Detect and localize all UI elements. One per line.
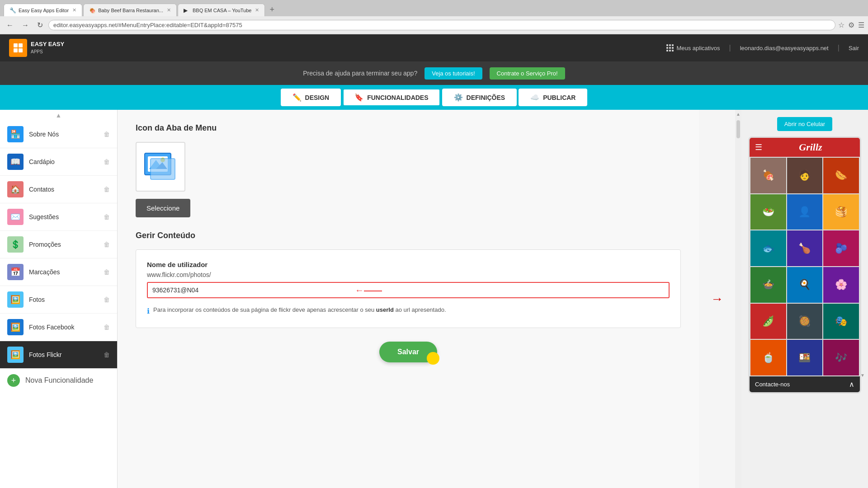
tab3-favicon: ▶ (184, 7, 190, 14)
browser-tab-3[interactable]: ▶ BBQ EM CASA – YouTube ✕ (178, 4, 265, 16)
browser-tab-1[interactable]: 🔧 Easy Easy Apps Editor ✕ (4, 4, 82, 16)
address-bar[interactable]: editor.easyeasyapps.net/#MenuEntryPlace:… (48, 20, 835, 30)
help-text: Precisa de ajuda para terminar seu app? (303, 70, 417, 77)
icon-preview-svg (142, 149, 179, 185)
pro-service-button[interactable]: Contrate o Serviço Pro! (490, 67, 565, 80)
gallery-item: 🧑 (787, 158, 823, 193)
fotos-flickr-delete-icon[interactable]: 🗑 (104, 351, 110, 358)
tutorial-button[interactable]: Veja os tutoriais! (425, 67, 482, 80)
sair-button[interactable]: Sair (849, 45, 859, 52)
scroll-up-arrow[interactable]: ▲ (734, 110, 741, 118)
sidebar-item-contatos[interactable]: 🏠 Contatos 🗑 (0, 176, 117, 203)
contatos-delete-icon[interactable]: 🗑 (104, 186, 110, 193)
seleccione-button[interactable]: Seleccione (136, 199, 190, 217)
browser-chrome: 🔧 Easy Easy Apps Editor ✕ 🍖 Baby Beef Ba… (0, 0, 868, 34)
cardapio-label: Cardápio (29, 158, 98, 165)
contatos-label: Contatos (29, 186, 98, 193)
tab-publicar[interactable]: ☁️ PUBLICAR (519, 89, 587, 106)
promocoes-delete-icon[interactable]: 🗑 (104, 241, 110, 248)
browser-toolbar: ← → ↻ editor.easyeasyapps.net/#MenuEntry… (0, 16, 868, 34)
sidebar-item-promocoes[interactable]: 💲 Promoções 🗑 (0, 231, 117, 258)
tab2-close[interactable]: ✕ (167, 7, 171, 13)
toolbar-icons: ☆ ⚙ ☰ (838, 21, 864, 29)
tab-funcionalidades[interactable]: 🔖 FUNCIONALIDADES (343, 89, 440, 106)
photo-gallery: 🍖🧑🌭🥗👤🥞🐟🍗🫐🍲🍳🌸🫛🥘🎭🍵🍱🎶 (750, 157, 860, 376)
promocoes-icon: 💲 (7, 236, 24, 253)
sidebar-scroll-up[interactable]: ▲ (0, 110, 117, 121)
design-icon: ✏️ (292, 93, 302, 102)
gallery-item: 👤 (787, 194, 823, 230)
field-prefix: www.flickr.com/photos/ (147, 271, 670, 278)
big-right-arrow-icon: → (711, 292, 723, 306)
contacte-bar[interactable]: Contacte-nos ∧ (750, 376, 860, 392)
contacte-label: Contacte-nos (755, 381, 790, 388)
cardapio-delete-icon[interactable]: 🗑 (104, 158, 110, 165)
meus-aplicativos-button[interactable]: Meus aplicativos (666, 44, 720, 52)
new-tab-button[interactable]: + (266, 5, 278, 14)
svg-rect-5 (151, 159, 175, 179)
save-btn-wrapper: Salvar (136, 342, 681, 362)
marcacoes-label: Marcações (29, 268, 98, 276)
icon-preview (136, 142, 185, 192)
sidebar: ▲ 🏪 Sobre Nós 🗑 📖 Cardápio 🗑 🏠 Contatos … (0, 110, 118, 488)
field-input-wrapper: ←—— (147, 282, 670, 298)
main-layout: ▲ 🏪 Sobre Nós 🗑 📖 Cardápio 🗑 🏠 Contatos … (0, 110, 868, 488)
gallery-item: 🥞 (823, 194, 859, 230)
content-scrollbar[interactable]: ▲ ▼ (735, 110, 741, 488)
tab3-close[interactable]: ✕ (255, 7, 259, 13)
browser-tab-2[interactable]: 🍖 Baby Beef Barra Restauran... ✕ (83, 4, 177, 16)
sidebar-item-sobre[interactable]: 🏪 Sobre Nós 🗑 (0, 121, 117, 148)
funcionalidades-icon: 🔖 (354, 93, 363, 102)
browser-tabs: 🔧 Easy Easy Apps Editor ✕ 🍖 Baby Beef Ba… (0, 0, 868, 16)
gallery-item: 🫐 (823, 230, 859, 266)
fotos-facebook-delete-icon[interactable]: 🗑 (104, 324, 110, 331)
sidebar-item-sugestoes[interactable]: ✉️ Sugestões 🗑 (0, 203, 117, 231)
marcacoes-delete-icon[interactable]: 🗑 (104, 268, 110, 276)
sugestoes-label: Sugestões (29, 213, 98, 221)
extensions-icon[interactable]: ⚙ (848, 21, 854, 29)
sidebar-item-fotos-flickr[interactable]: 🖼️ Fotos Flickr 🗑 (0, 341, 117, 369)
fotos-flickr-icon: 🖼️ (7, 347, 24, 363)
icon-section-title: Icon da Aba de Menu (136, 123, 681, 133)
sobre-nos-label: Sobre Nós (29, 131, 98, 138)
design-label: DESIGN (305, 94, 330, 101)
content-card: Nome de utilizador www.flickr.com/photos… (136, 249, 681, 328)
tab1-close[interactable]: ✕ (72, 7, 76, 13)
gallery-item: 🥗 (750, 194, 786, 230)
sugestoes-icon: ✉️ (7, 209, 24, 225)
contacte-chevron-icon: ∧ (849, 380, 854, 389)
scroll-thumb[interactable] (736, 120, 740, 138)
content-area: Icon da Aba de Menu (118, 110, 699, 488)
open-mobile-button[interactable]: Abrir no Celular (777, 117, 832, 131)
menu-icon[interactable]: ☰ (858, 21, 864, 29)
phone-frame: ☰ Grillz 🍖🧑🌭🥗👤🥞🐟🍗🫐🍲🍳🌸🫛🥘🎭🍵🍱🎶 Contacte-nos… (748, 136, 861, 394)
header-nav: Meus aplicativos | leonardo.dias@easyeas… (666, 44, 859, 52)
phone-header: ☰ Grillz (750, 138, 860, 157)
sidebar-item-marcacoes[interactable]: 📅 Marcações 🗑 (0, 258, 117, 286)
big-arrow-wrapper: → (699, 110, 735, 488)
app-container: EASY EASY APPS Meus aplicativos | leonar… (0, 34, 868, 488)
sidebar-item-fotos-facebook[interactable]: 🖼️ Fotos Facebook 🗑 (0, 314, 117, 341)
add-funcionalidade-button[interactable]: + Nova Funcionalidade (0, 369, 117, 392)
fotos-label: Fotos (29, 296, 98, 303)
definicoes-icon: ⚙️ (454, 93, 463, 102)
back-button[interactable]: ← (4, 20, 16, 30)
logo-grid (14, 43, 23, 52)
username-input[interactable] (147, 282, 670, 298)
save-button[interactable]: Salvar (379, 342, 437, 362)
definicoes-label: DEFINIÇÕES (467, 94, 505, 101)
info-icon: ℹ (147, 306, 150, 317)
logo-text: EASY EASY APPS (31, 41, 64, 55)
sobre-nos-delete-icon[interactable]: 🗑 (104, 131, 110, 138)
sidebar-item-fotos[interactable]: 🖼️ Fotos 🗑 (0, 286, 117, 314)
publicar-label: PUBLICAR (543, 94, 576, 101)
gallery-item: 🌭 (823, 158, 859, 193)
fotos-delete-icon[interactable]: 🗑 (104, 296, 110, 303)
reload-button[interactable]: ↻ (34, 20, 46, 30)
forward-button[interactable]: → (19, 20, 32, 30)
sugestoes-delete-icon[interactable]: 🗑 (104, 213, 110, 221)
bookmark-icon[interactable]: ☆ (838, 21, 844, 29)
sidebar-item-cardapio[interactable]: 📖 Cardápio 🗑 (0, 148, 117, 176)
tab-definicoes[interactable]: ⚙️ DEFINIÇÕES (442, 89, 517, 106)
tab-design[interactable]: ✏️ DESIGN (281, 89, 341, 106)
